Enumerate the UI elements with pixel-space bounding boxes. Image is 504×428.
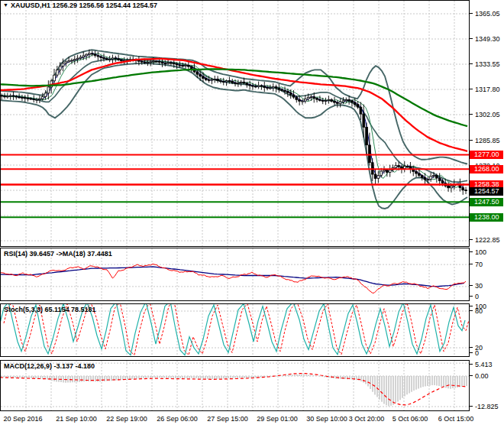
candle-body bbox=[296, 97, 298, 99]
candle-body bbox=[6, 96, 8, 97]
price-axis-label: 100 bbox=[470, 248, 504, 256]
candle-body bbox=[254, 86, 257, 87]
trading-chart-window: ▼XAUUSD,H1 1256.29 1256.56 1254.44 1254.… bbox=[0, 0, 504, 428]
candle-body bbox=[415, 171, 418, 173]
candle-body bbox=[263, 86, 266, 88]
rsi-line bbox=[1, 264, 466, 293]
candle-body bbox=[97, 56, 99, 57]
candle-body bbox=[47, 87, 50, 93]
candle-body bbox=[121, 60, 123, 60]
ma-red-line bbox=[1, 59, 467, 151]
candle-body bbox=[257, 86, 260, 86]
price-axis-label: 1302.05 bbox=[470, 111, 504, 118]
chart-title: ▼XAUUSD,H1 1256.29 1256.56 1254.44 1254.… bbox=[3, 2, 157, 9]
candle-body bbox=[30, 99, 32, 99]
candle-body bbox=[249, 85, 251, 86]
candle-body bbox=[319, 99, 321, 100]
bollinger-upper-line bbox=[1, 50, 467, 164]
chevron-down-icon[interactable]: ▼ bbox=[3, 2, 8, 8]
candle-body bbox=[82, 56, 85, 57]
slow-ma-lines bbox=[1, 59, 467, 151]
candle-body bbox=[205, 79, 207, 80]
price-axis-label: 0.00 bbox=[470, 372, 504, 380]
candle-body bbox=[424, 177, 426, 180]
candle-body bbox=[267, 88, 269, 89]
candle-body bbox=[441, 181, 444, 183]
candle-body bbox=[217, 79, 219, 81]
candle-body bbox=[27, 98, 29, 99]
candle-body bbox=[141, 61, 143, 62]
candle-body bbox=[302, 101, 304, 102]
candle-body bbox=[202, 76, 205, 79]
candle-body bbox=[438, 178, 441, 181]
candle-body bbox=[9, 96, 11, 96]
candle-body bbox=[100, 57, 102, 57]
candle-body bbox=[435, 176, 438, 178]
time-axis-label: 6 Oct 15:00 bbox=[438, 415, 474, 423]
price-axis-label: 1365.05 bbox=[470, 10, 504, 18]
price-badge-1247.50: 1247.50 bbox=[470, 198, 503, 206]
candle-body bbox=[331, 99, 333, 101]
candle-body bbox=[316, 99, 318, 100]
candle-body bbox=[272, 87, 274, 88]
main-chart-panel[interactable] bbox=[0, 0, 470, 247]
candle-body bbox=[369, 145, 371, 163]
candle-body bbox=[433, 176, 435, 177]
rsi-label: RSI(14) 39.6457 ->MA(18) 37.4481 bbox=[4, 250, 112, 258]
time-axis-label: 5 Oct 06:00 bbox=[393, 415, 428, 423]
candle-body bbox=[418, 173, 421, 176]
candle-body bbox=[281, 89, 283, 90]
price-badge-1254.57: 1254.57 bbox=[470, 187, 503, 196]
price-axis-label: 1333.55 bbox=[470, 60, 504, 68]
candle-body bbox=[380, 171, 383, 175]
candle-body bbox=[386, 170, 388, 173]
candle-body bbox=[465, 190, 467, 191]
bollinger-lower-line bbox=[1, 63, 467, 209]
candle-body bbox=[220, 81, 222, 82]
price-badge-1277.00: 1277.00 bbox=[470, 151, 503, 159]
price-axis-label: 1285.85 bbox=[470, 137, 504, 144]
candle-body bbox=[360, 107, 362, 114]
stochastic-label: Stoch(5,3,3) 65.1154 78.5181 bbox=[4, 306, 96, 313]
candle-body bbox=[374, 174, 376, 179]
time-axis[interactable]: 20 Sep 201621 Sep 10:0022 Sep 19:0026 Se… bbox=[0, 412, 504, 427]
candle-body bbox=[176, 64, 178, 65]
candle-body bbox=[182, 66, 184, 66]
candle-body bbox=[284, 90, 286, 91]
time-axis-label: 30 Sep 10:00 bbox=[306, 415, 347, 423]
candle-body bbox=[170, 63, 173, 63]
candle-body bbox=[336, 102, 338, 103]
candle-body bbox=[357, 105, 359, 108]
price-axis-label: 1222.85 bbox=[470, 236, 504, 244]
price-axis-label: 0 bbox=[470, 293, 504, 300]
candle-body bbox=[240, 82, 242, 83]
candle-body bbox=[188, 65, 190, 66]
price-axis[interactable]: 1365.051349.301333.551317.801302.051285.… bbox=[470, 0, 504, 428]
candle-body bbox=[228, 81, 231, 82]
candle-body bbox=[304, 99, 306, 101]
candle-body bbox=[167, 63, 170, 63]
candle-body bbox=[94, 54, 96, 56]
candle-body bbox=[118, 59, 120, 60]
candle-body bbox=[345, 100, 347, 101]
candle-body bbox=[65, 62, 67, 63]
price-badge-1268.00: 1268.00 bbox=[470, 165, 503, 173]
candle-body bbox=[292, 95, 295, 97]
candle-body bbox=[451, 186, 453, 188]
bollinger-middle-line bbox=[1, 60, 467, 182]
candle-body bbox=[179, 65, 181, 66]
macd-histogram bbox=[2, 374, 467, 407]
candle-body bbox=[363, 114, 365, 127]
price-axis-label: 80 bbox=[470, 307, 504, 315]
candle-body bbox=[173, 63, 175, 64]
candle-body bbox=[15, 96, 18, 97]
candle-body bbox=[334, 101, 336, 102]
main-chart-canvas[interactable] bbox=[1, 1, 469, 246]
price-axis-label: 1317.80 bbox=[470, 86, 504, 93]
price-axis-label: 5.413 bbox=[470, 361, 504, 368]
candle-body bbox=[21, 97, 24, 98]
candle-body bbox=[313, 97, 315, 99]
candle-body bbox=[270, 88, 272, 89]
candle-body bbox=[161, 62, 163, 63]
candle-body bbox=[4, 96, 6, 97]
